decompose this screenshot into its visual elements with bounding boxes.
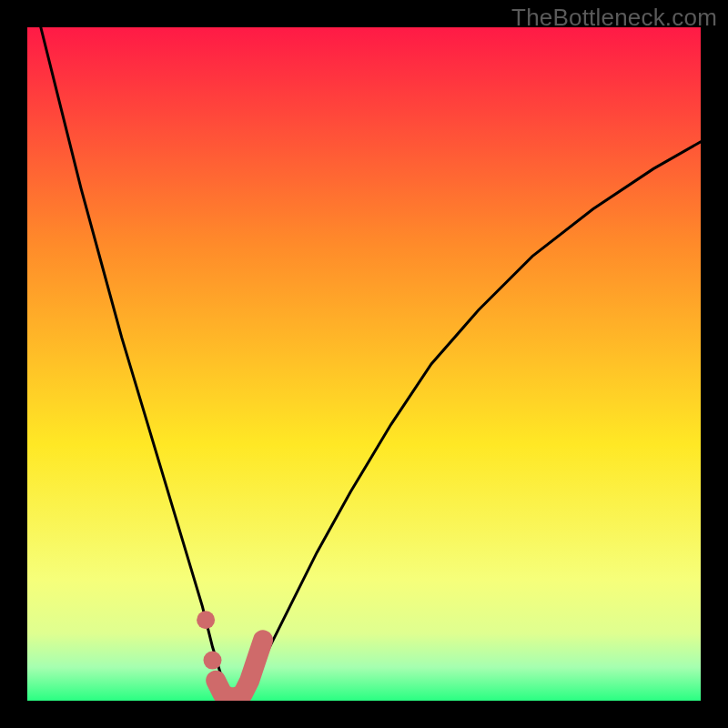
chart-plot-area xyxy=(27,27,701,701)
marker-dot xyxy=(197,611,215,629)
chart-svg xyxy=(27,27,701,701)
chart-frame: TheBottleneck.com xyxy=(0,0,728,728)
marker-dot xyxy=(204,652,222,670)
